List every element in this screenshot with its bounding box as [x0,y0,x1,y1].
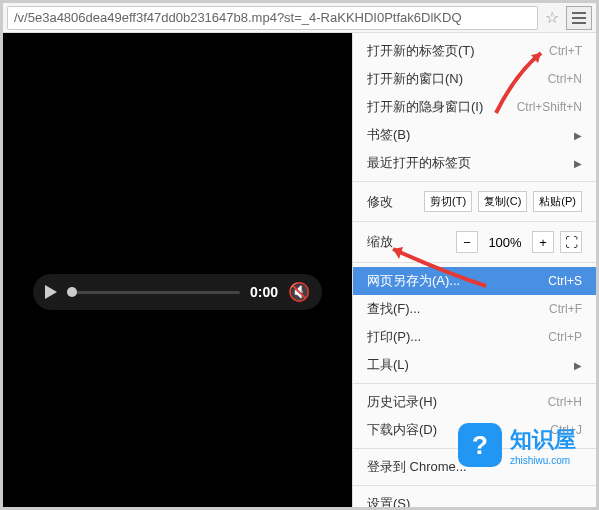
menu-recent-tabs[interactable]: 最近打开的标签页▶ [353,149,596,177]
video-time: 0:00 [250,284,278,300]
play-icon[interactable] [45,285,57,299]
cut-button[interactable]: 剪切(T) [424,191,472,212]
menu-bookmarks[interactable]: 书签(B)▶ [353,121,596,149]
edit-label: 修改 [367,193,418,211]
chevron-right-icon: ▶ [574,158,582,169]
menu-separator [353,262,596,263]
menu-settings[interactable]: 设置(S) [353,490,596,510]
menu-incognito[interactable]: 打开新的隐身窗口(I)Ctrl+Shift+N [353,93,596,121]
logo-icon: ? [458,423,502,467]
hamburger-menu-button[interactable] [566,6,592,30]
mute-icon[interactable]: 🔇 [288,281,310,303]
url-input[interactable]: /v/5e3a4806dea49eff3f47dd0b231647b8.mp4?… [7,6,538,30]
zoom-in-button[interactable]: + [532,231,554,253]
seek-thumb[interactable] [67,287,77,297]
menu-find[interactable]: 查找(F)...Ctrl+F [353,295,596,323]
menu-separator [353,485,596,486]
bookmark-star-icon[interactable]: ☆ [542,8,562,27]
menu-save-as[interactable]: 网页另存为(A)...Ctrl+S [353,267,596,295]
menu-edit-row: 修改 剪切(T) 复制(C) 粘贴(P) [353,186,596,217]
video-player[interactable]: 0:00 🔇 [3,33,352,510]
menu-new-window[interactable]: 打开新的窗口(N)Ctrl+N [353,65,596,93]
menu-print[interactable]: 打印(P)...Ctrl+P [353,323,596,351]
menu-zoom-row: 缩放 − 100% + ⛶ [353,226,596,258]
chevron-right-icon: ▶ [574,360,582,371]
seek-track[interactable] [67,291,240,294]
copy-button[interactable]: 复制(C) [478,191,527,212]
zoom-out-button[interactable]: − [456,231,478,253]
paste-button[interactable]: 粘贴(P) [533,191,582,212]
video-controls: 0:00 🔇 [33,274,322,310]
logo-text-cn: 知识屋 [510,425,576,455]
menu-new-tab[interactable]: 打开新的标签页(T)Ctrl+T [353,37,596,65]
zoom-value: 100% [484,235,526,250]
menu-history[interactable]: 历史记录(H)Ctrl+H [353,388,596,416]
fullscreen-button[interactable]: ⛶ [560,231,582,253]
menu-tools[interactable]: 工具(L)▶ [353,351,596,379]
watermark-logo: ? 知识屋 zhishiwu.com [458,423,576,467]
chevron-right-icon: ▶ [574,130,582,141]
address-bar: /v/5e3a4806dea49eff3f47dd0b231647b8.mp4?… [3,3,596,33]
menu-separator [353,221,596,222]
menu-separator [353,181,596,182]
logo-text-en: zhishiwu.com [510,455,576,466]
zoom-label: 缩放 [367,233,450,251]
menu-separator [353,383,596,384]
